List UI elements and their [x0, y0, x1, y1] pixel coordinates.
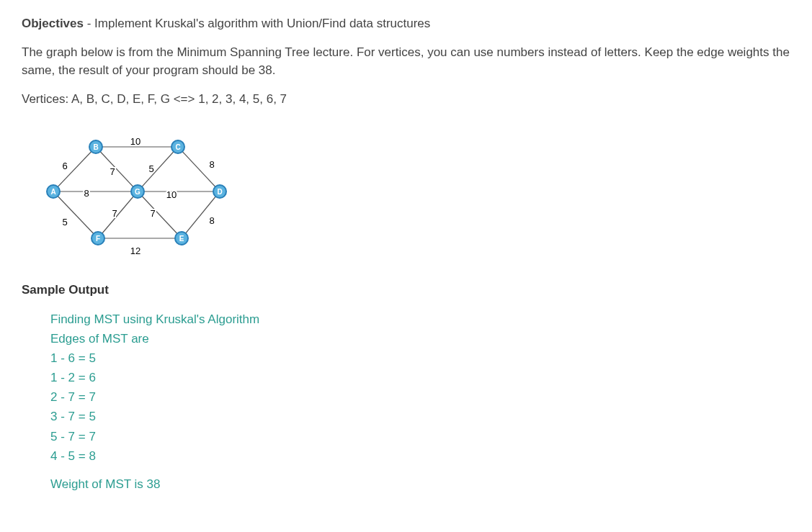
graph-svg: 661010888812125588775510107777ABCDEFG — [35, 121, 244, 265]
graph-node-label: F — [96, 235, 100, 243]
edge-weight-label: 5 — [62, 217, 67, 227]
output-line: Edges of MST are — [50, 329, 790, 348]
graph-edge — [96, 147, 138, 191]
graph-node-label: A — [50, 188, 55, 196]
graph-edge — [53, 147, 96, 191]
edge-weight-label: 8 — [84, 188, 89, 199]
edge-weight-label: 5 — [148, 163, 153, 174]
output-weight-line: Weight of MST is 38 — [50, 474, 790, 494]
graph-edge — [138, 147, 178, 191]
graph-diagram: 661010888812125588775510107777ABCDEFG — [35, 121, 790, 265]
sample-output-block: Finding MST using Kruskal's Algorithm Ed… — [50, 310, 790, 495]
graph-node-label: G — [135, 188, 140, 196]
edge-weight-label: 6 — [62, 161, 67, 171]
edge-weight-label: 10 — [130, 136, 140, 147]
paragraph-lecture: The graph below is from the Minimum Span… — [22, 43, 790, 80]
edge-weight-label: 8 — [209, 159, 214, 170]
graph-edge — [98, 191, 138, 238]
graph-node-label: C — [175, 143, 180, 151]
output-line: 3 - 7 = 5 — [50, 407, 790, 426]
sample-output-heading: Sample Output — [22, 281, 790, 299]
output-line: 1 - 6 = 5 — [50, 348, 790, 368]
graph-node-label: D — [217, 188, 222, 196]
graph-edge — [53, 191, 98, 238]
objectives-label: Objectives — [22, 17, 84, 30]
objectives-line: Objectives - Implement Kruskal's algorit… — [22, 14, 790, 33]
objectives-text: - Implement Kruskal's algorithm with Uni… — [84, 17, 430, 30]
output-line: 5 - 7 = 7 — [50, 427, 790, 446]
output-line: 2 - 7 = 7 — [50, 387, 790, 407]
edge-weight-label: 7 — [110, 166, 115, 177]
edge-weight-label: 7 — [150, 208, 155, 219]
output-line: 4 - 5 = 8 — [50, 446, 790, 466]
graph-node-label: E — [179, 235, 184, 243]
output-line: Finding MST using Kruskal's Algorithm — [50, 310, 790, 329]
vertices-mapping: Vertices: A, B, C, D, E, F, G <=> 1, 2, … — [22, 90, 790, 109]
edge-weight-label: 10 — [166, 189, 177, 200]
edge-weight-label: 12 — [130, 245, 140, 256]
edge-weight-label: 8 — [209, 215, 214, 226]
graph-node-label: B — [93, 143, 98, 151]
edge-weight-label: 7 — [112, 208, 117, 219]
output-line: 1 - 2 = 6 — [50, 368, 790, 387]
